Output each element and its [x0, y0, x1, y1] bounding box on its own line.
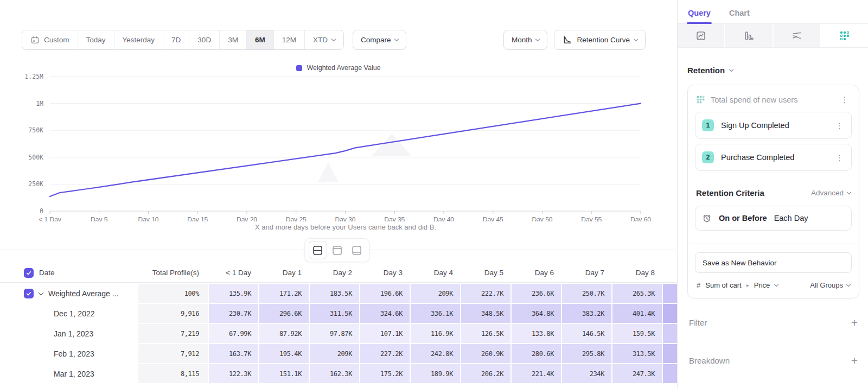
retention-value-cell[interactable]: 87.92K	[259, 324, 309, 343]
range-xtd[interactable]: XTD	[304, 30, 343, 49]
retention-value-cell[interactable]: 163.7K	[209, 344, 258, 363]
group-selector[interactable]: All Groups	[810, 281, 850, 289]
retention-value-cell[interactable]: 311.5K	[310, 304, 359, 323]
retention-value-cell[interactable]: 151.1K	[259, 364, 309, 383]
range-today[interactable]: Today	[78, 30, 114, 49]
add-filter-button[interactable]: +	[851, 317, 858, 328]
retention-value-cell[interactable]: 227.2K	[360, 344, 410, 363]
report-type-flows[interactable]	[774, 24, 821, 47]
retention-value-cell[interactable]: 135.9K	[209, 284, 258, 303]
retention-value-cell[interactable]: 313.5K	[612, 344, 662, 363]
column-header-day-5[interactable]: Day 5	[461, 263, 510, 282]
range-12m[interactable]: 12M	[273, 30, 304, 49]
retention-value-cell[interactable]: 183.5K	[310, 284, 359, 303]
retention-value-cell[interactable]: 260.9K	[461, 344, 510, 363]
retention-value-cell[interactable]: 230.7K	[209, 304, 258, 323]
retention-value-cell[interactable]: 236.6K	[512, 284, 561, 303]
add-breakdown-button[interactable]: +	[851, 355, 858, 366]
kebab-menu-icon[interactable]: ⋮	[833, 120, 846, 131]
retention-value-cell[interactable]: 234K	[562, 364, 611, 383]
advanced-dropdown[interactable]: Advanced	[811, 189, 851, 197]
compare-button[interactable]: Compare	[353, 30, 407, 50]
range-3m[interactable]: 3M	[219, 30, 246, 49]
retention-value-cell[interactable]: 383.2K	[562, 304, 611, 323]
row-label-cell[interactable]: Weighted Average ...	[0, 284, 138, 303]
kebab-menu-icon[interactable]: ⋮	[838, 94, 851, 105]
retention-value-cell[interactable]: 324.6K	[360, 304, 410, 323]
column-header-date[interactable]: Date	[0, 263, 138, 282]
retention-value-cell[interactable]: 162.3K	[310, 364, 359, 383]
retention-value-cell[interactable]: 206.2K	[461, 364, 510, 383]
column-header-day-8[interactable]: Day 8	[612, 263, 662, 282]
column-header-total-profiles[interactable]: Total Profile(s)	[138, 263, 208, 282]
retention-value-cell[interactable]: 175.2K	[360, 364, 410, 383]
retention-value-cell[interactable]: 116.9K	[411, 324, 460, 343]
retention-value-cell[interactable]: 67.99K	[209, 324, 258, 343]
retention-value-cell[interactable]: 209K	[411, 284, 460, 303]
retention-value-cell[interactable]: 133.8K	[512, 324, 561, 343]
retention-value-cell[interactable]: 401.4K	[612, 304, 662, 323]
kebab-menu-icon[interactable]: ⋮	[833, 152, 846, 163]
retention-value-cell[interactable]: 296.6K	[259, 304, 309, 323]
chevron-down-icon[interactable]	[39, 290, 44, 295]
retention-value-cell[interactable]: 126.5K	[461, 324, 510, 343]
retention-value-cell[interactable]: 295.8K	[562, 344, 611, 363]
retention-value-cell[interactable]: 336.1K	[411, 304, 460, 323]
column-header-day-3[interactable]: Day 3	[360, 263, 410, 282]
retention-value-cell[interactable]: 146.5K	[562, 324, 611, 343]
report-type-retention[interactable]	[821, 24, 868, 47]
step-label: Purchase Completed	[721, 153, 826, 162]
retention-value-cell[interactable]: 265.3K	[612, 284, 662, 303]
measure-property[interactable]: Price	[754, 281, 770, 289]
retention-value-cell[interactable]: 348.5K	[461, 304, 510, 323]
measure-label[interactable]: Sum of cart	[705, 281, 741, 289]
column-header--1-day[interactable]: < 1 Day	[209, 263, 258, 282]
granularity-dropdown[interactable]: Month	[503, 30, 548, 50]
section-title-row[interactable]: Retention	[687, 66, 859, 75]
retention-value-cell[interactable]: 209K	[310, 344, 359, 363]
column-header-day-1[interactable]: Day 1	[259, 263, 309, 282]
retention-curve-chart[interactable]: 0250K500K750K1M1.25M< 1 DayDay 5Day 10Da…	[0, 74, 677, 221]
table-view-toggle[interactable]	[348, 241, 366, 259]
range-7d[interactable]: 7D	[163, 30, 189, 49]
report-type-funnels[interactable]	[725, 24, 773, 47]
retention-value-cell[interactable]: 196.6K	[360, 284, 410, 303]
retention-value-cell[interactable]: 364.8K	[512, 304, 561, 323]
retention-value-cell[interactable]: 242.8K	[411, 344, 460, 363]
column-header-day-4[interactable]: Day 4	[411, 263, 460, 282]
behavior-step[interactable]: 1Sign Up Completed⋮	[695, 112, 852, 139]
retention-value-cell[interactable]: 195.4K	[259, 344, 309, 363]
step-label: Sign Up Completed	[721, 121, 826, 130]
range-yesterday[interactable]: Yesterday	[114, 30, 163, 49]
retention-value-cell[interactable]: 280.6K	[512, 344, 561, 363]
retention-value-cell[interactable]: 159.5K	[612, 324, 662, 343]
tab-query[interactable]: Query	[687, 5, 712, 23]
retention-value-cell[interactable]: 171.2K	[259, 284, 309, 303]
tab-chart[interactable]: Chart	[728, 5, 751, 23]
column-header-day-2[interactable]: Day 2	[310, 263, 359, 282]
retention-value-cell[interactable]: 250.7K	[562, 284, 611, 303]
timing-selector[interactable]: On or Before Each Day	[695, 206, 852, 231]
retention-value-cell[interactable]: 247.3K	[612, 364, 662, 383]
retention-value-cell[interactable]: 221.4K	[512, 364, 561, 383]
retention-value-cell[interactable]: 97.87K	[310, 324, 359, 343]
column-header-day-7[interactable]: Day 7	[562, 263, 611, 282]
chart-view-toggle[interactable]	[328, 241, 347, 259]
range-30d[interactable]: 30D	[189, 30, 219, 49]
x-axis-tick-label: Day 30	[335, 216, 355, 221]
checkbox[interactable]	[24, 268, 34, 278]
split-view-toggle[interactable]	[309, 241, 327, 259]
retention-value-cell[interactable]: 189.9K	[411, 364, 460, 383]
checkbox[interactable]	[24, 289, 34, 298]
retention-value-cell[interactable]: 222.7K	[461, 284, 510, 303]
retention-value-cell[interactable]: 107.1K	[360, 324, 410, 343]
report-type-insights[interactable]	[678, 24, 725, 47]
save-as-new-behavior-button[interactable]: Save as New Behavior	[695, 252, 852, 273]
column-header-day-6[interactable]: Day 6	[512, 263, 561, 282]
range-custom[interactable]: Custom	[22, 30, 78, 49]
behavior-card: Total spend of new users ⋮ 1Sign Up Comp…	[687, 85, 859, 298]
retention-value-cell[interactable]: 122.3K	[209, 364, 258, 383]
chart-type-dropdown[interactable]: Retention Curve	[554, 30, 646, 50]
behavior-step[interactable]: 2Purchase Completed⋮	[695, 144, 852, 171]
range-6m[interactable]: 6M	[246, 30, 273, 49]
